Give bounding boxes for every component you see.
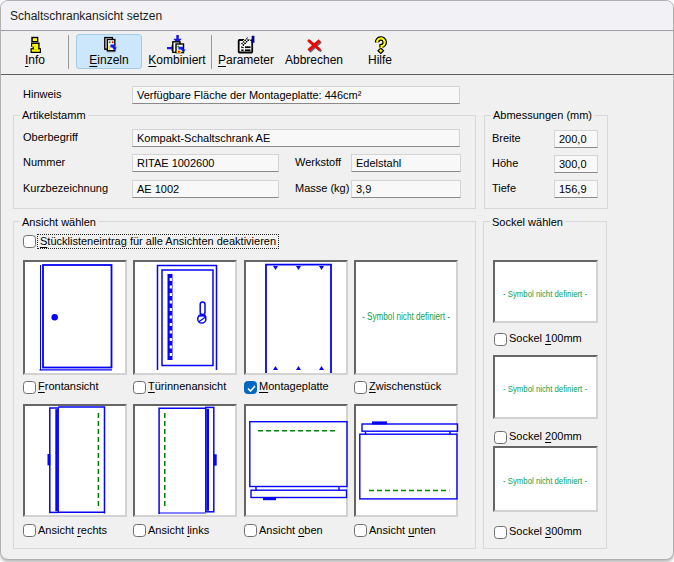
svg-text:- Symbol nicht definiert -: - Symbol nicht definiert -	[503, 475, 587, 486]
svg-text:- Symbol nicht definiert -: - Symbol nicht definiert -	[503, 383, 587, 394]
svg-text:- Symbol nicht definiert -: - Symbol nicht definiert -	[362, 311, 450, 322]
svg-text:- Symbol nicht definiert -: - Symbol nicht definiert -	[503, 288, 587, 299]
